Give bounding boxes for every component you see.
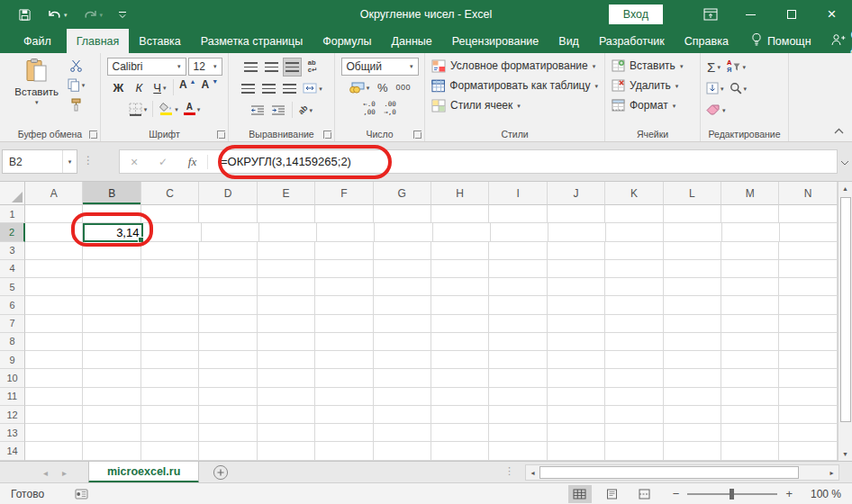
cell-N4[interactable] [779,260,837,278]
cut-icon[interactable] [66,56,87,75]
format-as-table-button[interactable]: Форматировать как таблицу▾ [429,76,601,95]
cell-H4[interactable] [431,260,489,278]
cell-H14[interactable] [431,442,489,460]
cell-I14[interactable] [489,442,547,460]
cell-F3[interactable] [315,242,373,260]
cell-G4[interactable] [374,260,431,278]
cell-K7[interactable] [605,315,663,333]
vertical-scrollbar[interactable]: ▲ ▼ [838,182,852,461]
tab-data[interactable]: Данные [382,29,442,53]
cell-F2[interactable] [317,223,375,241]
cell-D10[interactable] [199,369,257,387]
cell-B9[interactable] [83,351,140,369]
cell-D7[interactable] [199,315,257,333]
cell-I7[interactable] [489,315,547,333]
cell-C13[interactable] [141,424,199,442]
vertical-scroll-thumb[interactable] [840,197,851,422]
cell-L14[interactable] [664,442,721,460]
cell-J14[interactable] [548,442,605,460]
cell-C10[interactable] [141,369,199,387]
cell-N2[interactable] [780,223,838,241]
cell-G3[interactable] [374,242,431,260]
cell-N13[interactable] [779,424,837,442]
column-header-n[interactable]: N [779,182,837,205]
cell-G6[interactable] [374,296,431,314]
tab-help[interactable]: Справка [675,29,739,53]
cell-C6[interactable] [141,296,199,314]
cell-J12[interactable] [548,406,605,424]
cell-F5[interactable] [315,278,373,296]
cell-I8[interactable] [489,333,547,351]
cell-A13[interactable] [25,424,83,442]
cell-D9[interactable] [199,351,257,369]
row-header-1[interactable]: 1 [0,205,25,223]
cell-E14[interactable] [258,442,315,460]
cell-H1[interactable] [431,205,489,223]
scroll-down-icon[interactable]: ▼ [838,447,852,461]
column-header-h[interactable]: H [431,182,489,205]
formula-input[interactable]: =ОКРУГЛ(3,14159265;2) [208,155,351,168]
cell-H13[interactable] [431,424,489,442]
cell-B7[interactable] [83,315,140,333]
cell-H5[interactable] [431,278,489,296]
insert-function-icon[interactable]: fx [177,155,208,169]
select-all-button[interactable] [0,182,25,205]
cell-F8[interactable] [315,333,373,351]
cell-A12[interactable] [25,406,83,424]
cell-H9[interactable] [431,351,489,369]
tab-home[interactable]: Главная [67,29,130,53]
cell-E9[interactable] [258,351,315,369]
cell-D4[interactable] [199,260,257,278]
shrink-font-button[interactable]: А▼ [200,78,221,97]
zoom-slider-thumb[interactable] [730,489,734,500]
cell-J5[interactable] [548,278,605,296]
cell-N11[interactable] [779,388,837,406]
cell-I5[interactable] [489,278,547,296]
underline-button[interactable]: Ч▾ [150,78,169,97]
cell-K5[interactable] [605,278,663,296]
cell-F4[interactable] [315,260,373,278]
cell-I9[interactable] [489,351,547,369]
cell-E12[interactable] [258,406,315,424]
cell-L12[interactable] [664,406,721,424]
tab-page-layout[interactable]: Разметка страницы [191,29,313,53]
cell-M11[interactable] [721,388,779,406]
name-box[interactable]: B2 ▾ [2,149,77,174]
cell-F7[interactable] [315,315,373,333]
cell-G13[interactable] [374,424,431,442]
tab-formulas[interactable]: Формулы [313,29,381,53]
bold-button[interactable]: Ж [109,78,128,97]
italic-button[interactable]: К [130,78,149,97]
cell-C3[interactable] [141,242,199,260]
cell-B11[interactable] [83,388,140,406]
decrease-decimal-button[interactable]: .00→,0 [381,100,400,119]
cell-F13[interactable] [315,424,373,442]
cell-F10[interactable] [315,369,373,387]
cell-H6[interactable] [431,296,489,314]
cell-A1[interactable] [25,205,83,223]
dialog-launcher-alignment-icon[interactable] [323,130,331,139]
maximize-button[interactable] [771,0,811,29]
align-bottom-button[interactable] [283,58,302,76]
paste-button[interactable]: Вставить ▾ [14,56,60,105]
row-header-7[interactable]: 7 [0,315,25,333]
cell-L9[interactable] [664,351,721,369]
cell-N9[interactable] [779,351,837,369]
cell-G14[interactable] [374,442,431,460]
cell-H7[interactable] [431,315,489,333]
number-format-select[interactable]: Общий▾ [341,58,419,76]
cell-E3[interactable] [258,242,315,260]
align-left-button[interactable] [239,79,258,98]
close-button[interactable]: × [811,0,852,29]
cell-G2[interactable] [375,223,432,241]
cell-G8[interactable] [374,333,431,351]
cell-A2[interactable] [25,223,83,241]
cell-M9[interactable] [721,351,779,369]
horizontal-scroll-thumb[interactable] [539,466,799,479]
cell-I2[interactable] [491,223,548,241]
fill-color-button[interactable]: ▾ [157,100,180,119]
cell-K8[interactable] [605,333,663,351]
expand-formula-bar-icon[interactable] [838,155,850,168]
cell-M4[interactable] [721,260,779,278]
clear-button[interactable]: ▾ [704,101,728,120]
